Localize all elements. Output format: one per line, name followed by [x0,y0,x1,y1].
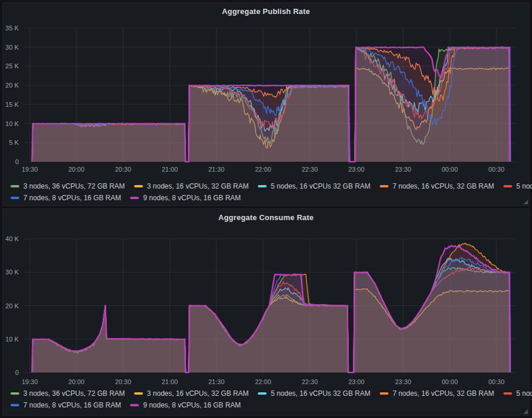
x-tick-label: 20:30 [115,166,131,173]
legend-label: 3 nodes, 36 vCPUs, 72 GB RAM [23,182,125,190]
x-tick-label: 20:00 [68,378,85,385]
x-tick-label: 00:30 [488,378,505,385]
x-tick-label: 20:30 [115,378,131,385]
consume-rate-chart[interactable]: 010 K20 K30 K40 K19:3020:0020:3021:0021:… [3,209,529,388]
legend-color-swatch-icon [258,392,267,395]
legend-color-swatch-icon [10,392,19,395]
y-tick-label: 5 K [9,139,19,146]
legend-label: 9 nodes, 8 vCPUs, 16 GB RAM [143,401,240,409]
x-tick-label: 21:00 [162,378,178,385]
legend-color-swatch-icon [134,392,143,395]
legend-color-swatch-icon [380,392,388,395]
x-tick-label: 23:00 [348,378,365,385]
legend-color-swatch-icon [258,185,267,187]
y-tick-label: 30 K [5,44,19,51]
x-tick-label: 22:30 [302,378,318,385]
legend-color-swatch-icon [10,185,19,187]
legend-color-swatch-icon [134,185,143,187]
legend-item[interactable]: 9 nodes, 8 vCPUs, 16 GB RAM [130,192,240,204]
legend-row: 3 nodes, 36 vCPUs, 72 GB RAM3 nodes, 16 … [10,387,524,399]
legend-item[interactable]: 7 nodes, 8 vCPUs, 16 GB RAM [10,192,121,204]
x-tick-label: 00:00 [442,166,458,173]
legend-item[interactable]: 3 nodes, 16 vCPUs, 32 GB RAM [134,180,249,192]
legend-item[interactable]: 5 nodes, 16 vCPUs 32 GB RAM [258,180,370,192]
y-tick-label: 20 K [5,82,19,89]
legend-item[interactable]: 7 nodes, 8 vCPUs, 16 GB RAM [10,399,121,411]
x-tick-label: 19:30 [22,166,38,173]
legend-item[interactable]: 3 nodes, 36 vCPUs, 72 GB RAM [10,180,125,192]
legend-item[interactable]: 5 nodes, 16 vCPUs 32 GB RAM [258,388,370,399]
legend-color-swatch-icon [130,404,139,406]
legend-label: 3 nodes, 16 vCPUs, 32 GB RAM [147,182,249,190]
legend-item[interactable]: 9 nodes, 8 vCPUs, 16 GB RAM [130,399,240,411]
panel-resize-handle-icon[interactable] [523,409,528,414]
legend-label: 7 nodes, 8 vCPUs, 16 GB RAM [23,401,121,409]
legend-label: 5 nodes, 16 vCPUs 32 GB RAM [271,182,370,190]
legend-item[interactable]: 7 nodes, 16 vCPUs, 32 GB RAM [380,180,494,192]
y-tick-label: 30 K [5,269,19,276]
legend-item[interactable]: 5 nodes, 8 vCPUs, 16 GB RAM [503,388,532,399]
legend-color-swatch-icon [503,392,512,395]
legend-item[interactable]: 3 nodes, 36 vCPUs, 72 GB RAM [10,388,125,399]
legend-label: 9 nodes, 8 vCPUs, 16 GB RAM [143,194,240,202]
x-tick-label: 21:30 [208,378,225,385]
y-tick-label: 10 K [5,120,19,127]
x-tick-label: 21:30 [208,166,225,173]
y-tick-label: 20 K [5,302,19,309]
legend-item[interactable]: 3 nodes, 16 vCPUs, 32 GB RAM [134,388,249,399]
x-tick-label: 21:00 [162,166,178,173]
y-tick-label: 0 [15,369,19,376]
panel-aggregate-consume-rate: Aggregate Consume Rate 010 K20 K30 K40 K… [2,208,530,416]
x-tick-label: 00:00 [442,378,458,385]
x-tick-label: 23:30 [395,378,411,385]
legend-label: 5 nodes, 16 vCPUs 32 GB RAM [271,389,370,398]
legend-label: 7 nodes, 8 vCPUs, 16 GB RAM [23,194,121,202]
legend-label: 3 nodes, 16 vCPUs, 32 GB RAM [147,389,249,398]
legend-color-swatch-icon [10,404,19,406]
y-tick-label: 35 K [5,25,19,32]
panel-resize-handle-icon[interactable] [523,200,528,204]
legend-item[interactable]: 5 nodes, 8 vCPUs, 16 GB RAM [503,180,532,192]
legend-label: 5 nodes, 8 vCPUs, 16 GB RAM [516,182,532,190]
x-tick-label: 20:00 [68,166,85,173]
legend-row: 7 nodes, 8 vCPUs, 16 GB RAM9 nodes, 8 vC… [10,191,524,203]
legend: 3 nodes, 36 vCPUs, 72 GB RAM3 nodes, 16 … [10,387,524,410]
legend-item[interactable]: 7 nodes, 16 vCPUs, 32 GB RAM [380,388,494,399]
x-tick-label: 22:30 [302,166,318,173]
y-tick-label: 0 [15,158,19,165]
y-tick-label: 10 K [5,336,19,343]
legend-row: 3 nodes, 36 vCPUs, 72 GB RAM3 nodes, 16 … [10,180,524,191]
y-tick-label: 40 K [5,235,19,242]
legend: 3 nodes, 36 vCPUs, 72 GB RAM3 nodes, 16 … [10,180,524,203]
panel-aggregate-publish-rate: Aggregate Publish Rate 05 K10 K15 K20 K2… [2,2,530,206]
x-tick-label: 00:30 [488,166,505,173]
x-tick-label: 22:00 [255,378,271,385]
legend-color-swatch-icon [10,197,19,199]
legend-label: 3 nodes, 36 vCPUs, 72 GB RAM [23,389,125,398]
legend-row: 7 nodes, 8 vCPUs, 16 GB RAM9 nodes, 8 vC… [10,399,524,410]
legend-color-swatch-icon [503,185,512,187]
legend-color-swatch-icon [130,197,139,199]
legend-label: 5 nodes, 8 vCPUs, 16 GB RAM [516,389,532,398]
legend-color-swatch-icon [380,185,388,187]
x-tick-label: 22:00 [255,166,271,173]
series-area [32,245,510,372]
publish-rate-chart[interactable]: 05 K10 K15 K20 K25 K30 K35 K19:3020:0020… [3,3,529,178]
legend-label: 7 nodes, 16 vCPUs, 32 GB RAM [393,389,494,398]
y-tick-label: 15 K [5,101,19,108]
x-tick-label: 19:30 [22,378,38,385]
x-tick-label: 23:30 [395,166,411,173]
legend-label: 7 nodes, 16 vCPUs, 32 GB RAM [393,182,494,190]
y-tick-label: 25 K [5,62,19,69]
x-tick-label: 23:00 [348,166,365,173]
